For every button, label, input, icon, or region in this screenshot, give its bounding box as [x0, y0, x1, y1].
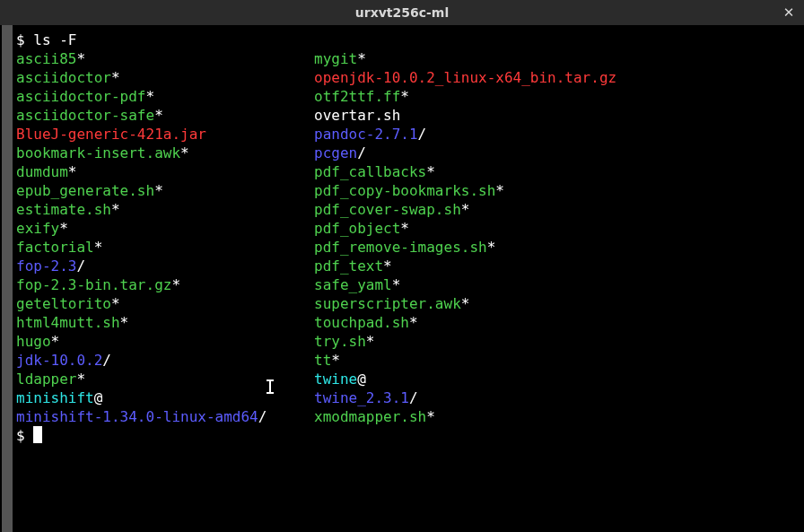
file-suffix: * [461, 295, 470, 312]
file-suffix: / [357, 144, 366, 161]
command-text: ls -F [33, 31, 76, 48]
file-suffix: * [111, 69, 120, 86]
file-suffix: * [495, 182, 504, 199]
file-entry: dumdum* [16, 162, 314, 181]
file-entry: pcgen/ [314, 144, 616, 162]
file-name: pdf_text [314, 257, 383, 275]
file-name: BlueJ-generic-421a.jar [16, 126, 206, 143]
file-name: openjdk-10.0.2_linux-x64_bin.tar.gz [314, 69, 616, 86]
file-suffix: * [146, 88, 155, 105]
file-entry: jdk-10.0.2/ [16, 351, 314, 370]
file-suffix: @ [94, 389, 103, 406]
file-suffix: * [154, 182, 163, 199]
file-name: factorial [16, 239, 94, 256]
file-name: jdk-10.0.2 [16, 352, 102, 369]
file-suffix: / [409, 389, 418, 406]
file-entry: pdf_text* [314, 257, 616, 275]
terminal-area[interactable]: $ ls -F ascii85*asciidoctor*asciidoctor-… [0, 25, 804, 532]
file-suffix: * [461, 201, 470, 218]
file-suffix: * [111, 295, 120, 312]
file-suffix: * [76, 371, 85, 388]
file-entry: factorial* [16, 238, 314, 257]
file-suffix: / [258, 408, 267, 425]
prompt: $ [16, 427, 33, 444]
scrollbar-thumb[interactable] [2, 25, 13, 532]
file-entry: otf2ttf.ff* [314, 87, 616, 106]
file-suffix: * [409, 314, 418, 331]
file-suffix: * [487, 239, 496, 256]
file-name: pdf_callbacks [314, 163, 426, 180]
file-entry: asciidoctor-pdf* [16, 87, 314, 106]
file-name: twine_2.3.1 [314, 389, 409, 406]
file-name: pdf_object [314, 220, 400, 237]
file-entry: pdf_remove-images.sh* [314, 238, 616, 257]
file-suffix: * [120, 314, 129, 331]
file-name: estimate.sh [16, 201, 111, 218]
file-suffix: * [68, 163, 77, 180]
file-name: minishift [16, 389, 94, 406]
file-entry: fop-2.3-bin.tar.gz* [16, 275, 314, 294]
file-name: exify [16, 220, 59, 237]
file-name: tt [314, 352, 331, 369]
file-suffix: * [392, 276, 401, 293]
file-name: overtar.sh [314, 107, 400, 124]
file-name: pdf_copy-bookmarks.sh [314, 182, 495, 199]
file-entry: pdf_callbacks* [314, 162, 616, 181]
file-entry: twine_2.3.1/ [314, 388, 616, 407]
file-entry: bookmark-insert.awk* [16, 144, 314, 162]
file-name: mygit [314, 50, 357, 67]
file-entry: ascii85* [16, 49, 314, 68]
cursor-block [33, 426, 42, 443]
file-suffix: * [400, 220, 409, 237]
file-entry: BlueJ-generic-421a.jar [16, 125, 314, 144]
file-entry: tt* [314, 351, 616, 370]
file-name: html4mutt.sh [16, 314, 120, 331]
file-entry: xmodmapper.sh* [314, 407, 616, 426]
file-suffix: * [51, 333, 60, 350]
file-entry: safe_yaml* [314, 275, 616, 294]
file-entry: asciidoctor-safe* [16, 106, 314, 125]
file-suffix: * [400, 88, 409, 105]
file-entry: estimate.sh* [16, 200, 314, 219]
file-entry: try.sh* [314, 332, 616, 351]
file-entry: overtar.sh [314, 106, 616, 125]
file-name: dumdum [16, 163, 68, 180]
file-suffix: / [418, 126, 427, 143]
file-name: otf2ttf.ff [314, 88, 400, 105]
file-name: pcgen [314, 144, 357, 161]
ls-column-2: mygit*openjdk-10.0.2_linux-x64_bin.tar.g… [314, 49, 616, 426]
file-entry: hugo* [16, 332, 314, 351]
file-suffix: / [102, 352, 111, 369]
file-name: safe_yaml [314, 276, 392, 293]
file-suffix: * [76, 50, 85, 67]
ls-column-1: ascii85*asciidoctor*asciidoctor-pdf*asci… [16, 49, 314, 426]
file-suffix: * [426, 163, 435, 180]
file-entry: exify* [16, 219, 314, 238]
close-icon[interactable]: ✕ [781, 4, 797, 21]
file-name: geteltorito [16, 295, 111, 312]
file-name: ascii85 [16, 50, 76, 67]
file-name: fop-2.3-bin.tar.gz [16, 276, 171, 293]
file-suffix: * [59, 220, 68, 237]
file-entry: minishift-1.34.0-linux-amd64/ [16, 407, 314, 426]
file-name: asciidoctor-safe [16, 107, 154, 124]
ls-output: ascii85*asciidoctor*asciidoctor-pdf*asci… [16, 49, 800, 426]
file-entry: asciidoctor* [16, 68, 314, 87]
file-entry: epub_generate.sh* [16, 181, 314, 200]
file-entry: geteltorito* [16, 294, 314, 313]
file-suffix: * [154, 107, 163, 124]
file-suffix: * [426, 408, 435, 425]
file-suffix: @ [357, 371, 366, 388]
file-entry: fop-2.3/ [16, 257, 314, 275]
file-name: xmodmapper.sh [314, 408, 426, 425]
file-entry: minishift@ [16, 388, 314, 407]
file-name: asciidoctor [16, 69, 111, 86]
file-entry: pdf_cover-swap.sh* [314, 200, 616, 219]
file-suffix: * [366, 333, 375, 350]
file-name: minishift-1.34.0-linux-amd64 [16, 408, 258, 425]
file-name: twine [314, 371, 357, 388]
window-titlebar: urxvt256c-ml ✕ [0, 0, 804, 25]
file-entry: html4mutt.sh* [16, 313, 314, 332]
file-suffix: * [383, 257, 392, 275]
file-entry: openjdk-10.0.2_linux-x64_bin.tar.gz [314, 68, 616, 87]
